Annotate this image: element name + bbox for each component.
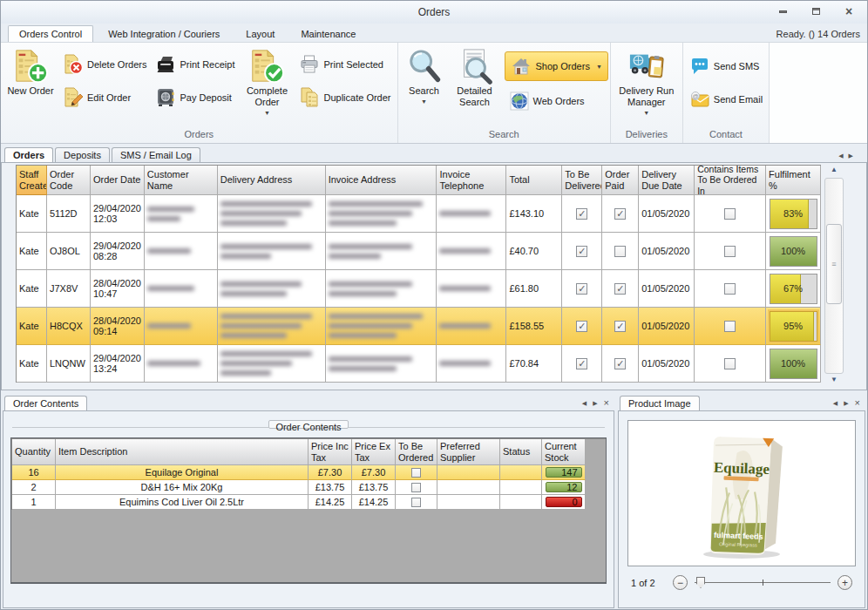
cell-contains-items bbox=[695, 233, 766, 270]
column-header-price-ex-tax[interactable]: Price Ex Tax bbox=[352, 439, 396, 465]
scrollbar-thumb[interactable]: ≡ bbox=[826, 224, 842, 304]
tab-maintenance[interactable]: Maintenance bbox=[289, 25, 367, 42]
order-content-row[interactable]: 2 D&H 16+ Mix 20Kg £13.75 £13.75 12 bbox=[12, 480, 606, 495]
edit-order-button[interactable]: Edit Order bbox=[58, 85, 151, 111]
order-paid-checkbox[interactable] bbox=[614, 208, 626, 220]
to-be-delivered-checkbox[interactable] bbox=[576, 283, 587, 295]
panel-close-icon[interactable]: × bbox=[855, 398, 860, 408]
new-order-button[interactable]: New Order bbox=[3, 44, 58, 125]
column-header-delivery-address[interactable]: Delivery Address bbox=[218, 166, 326, 195]
to-be-delivered-checkbox[interactable] bbox=[576, 358, 587, 369]
contains-items-checkbox[interactable] bbox=[724, 208, 736, 220]
column-header-price-inc-tax[interactable]: Price Inc Tax bbox=[309, 439, 352, 465]
order-row[interactable]: Kate H8CQX 28/04/202009:14 £158.55 01/05… bbox=[17, 308, 821, 345]
panel-nav-right-icon[interactable]: ▶ bbox=[593, 400, 597, 407]
minimize-button[interactable] bbox=[773, 4, 792, 18]
delivery-run-dropdown-icon[interactable]: ▼ bbox=[643, 110, 649, 116]
image-slider-track[interactable] bbox=[695, 575, 831, 590]
column-header-customer-name[interactable]: Customer Name bbox=[145, 166, 218, 195]
delivery-run-manager-button[interactable]: Delivery Run Manager ▼ bbox=[613, 44, 681, 125]
pay-deposit-button[interactable]: Pay Deposit bbox=[151, 85, 239, 111]
stock-badge: 0 bbox=[546, 497, 582, 507]
shop-orders-dropdown-icon[interactable]: ▼ bbox=[596, 64, 602, 70]
to-be-delivered-checkbox[interactable] bbox=[576, 321, 587, 332]
print-selected-button[interactable]: Print Selected bbox=[295, 51, 395, 78]
tab-orders-control[interactable]: Orders Control bbox=[8, 25, 93, 42]
order-row[interactable]: Kate OJ8OL 29/04/202008:28 £40.70 01/05/… bbox=[17, 233, 821, 270]
scroll-down-icon[interactable]: ▼ bbox=[831, 376, 837, 386]
column-header-order-code[interactable]: Order Code bbox=[47, 166, 91, 195]
order-paid-checkbox[interactable] bbox=[614, 358, 626, 369]
print-selected-label: Print Selected bbox=[323, 59, 383, 70]
tab-layout[interactable]: Layout bbox=[234, 25, 286, 42]
send-sms-button[interactable]: Send SMS bbox=[685, 53, 767, 79]
zoom-out-button[interactable]: − bbox=[673, 575, 688, 590]
order-row[interactable]: Kate LNQNW 29/04/202013:24 £70.84 01/05/… bbox=[17, 345, 821, 383]
search-dropdown-icon[interactable]: ▼ bbox=[421, 98, 427, 105]
duplicate-order-button[interactable]: Duplicate Order bbox=[295, 85, 395, 111]
panel-nav-left-icon[interactable]: ◀ bbox=[833, 400, 837, 407]
column-header-quantity[interactable]: Quantity bbox=[12, 439, 56, 465]
order-content-row[interactable]: 16 Equilage Original £7.30 £7.30 147 bbox=[12, 465, 606, 480]
panel-nav-left-icon[interactable]: ◀ bbox=[582, 400, 587, 407]
contains-items-checkbox[interactable] bbox=[724, 321, 736, 332]
contains-items-checkbox[interactable] bbox=[724, 246, 736, 257]
column-header-to-be-ordered[interactable]: To Be Ordered bbox=[396, 439, 437, 465]
detailed-search-button[interactable]: Detailed Search bbox=[449, 44, 501, 125]
contains-items-checkbox[interactable] bbox=[724, 283, 736, 295]
column-header-total[interactable]: Total bbox=[506, 166, 562, 195]
column-header-current-stock[interactable]: Current Stock bbox=[542, 439, 586, 465]
zoom-in-button[interactable]: + bbox=[837, 575, 852, 590]
restore-button[interactable] bbox=[806, 4, 825, 18]
search-button[interactable]: Search ▼ bbox=[400, 44, 449, 125]
shop-orders-button[interactable]: Shop Orders ▼ bbox=[505, 51, 608, 81]
to-be-delivered-checkbox[interactable] bbox=[576, 208, 587, 220]
tab-web-integration[interactable]: Web Integration / Couriers bbox=[97, 25, 231, 42]
column-header-status[interactable]: Status bbox=[500, 439, 542, 465]
to-be-ordered-checkbox[interactable] bbox=[411, 483, 421, 492]
column-header-contains-items[interactable]: Contains Items To Be Ordered In bbox=[695, 166, 766, 195]
scroll-up-icon[interactable]: ▲ bbox=[831, 166, 837, 176]
panel-nav-left-icon[interactable]: ◀ bbox=[838, 152, 848, 159]
order-paid-checkbox[interactable] bbox=[614, 283, 626, 295]
tab-orders[interactable]: Orders bbox=[4, 147, 53, 162]
cell-order-code: OJ8OL bbox=[47, 233, 91, 270]
panel-close-icon[interactable]: × bbox=[604, 398, 609, 408]
tab-product-image[interactable]: Product Image bbox=[620, 396, 700, 410]
column-header-preferred-supplier[interactable]: Preferred Supplier bbox=[437, 439, 500, 465]
fulfilment-bar: 95% bbox=[770, 311, 817, 342]
to-be-delivered-checkbox[interactable] bbox=[576, 246, 587, 257]
print-receipt-button[interactable]: Print Receipt bbox=[151, 51, 239, 78]
panel-nav-right-icon[interactable]: ▶ bbox=[844, 400, 848, 407]
column-header-invoice-address[interactable]: Invoice Address bbox=[326, 166, 437, 195]
contains-items-checkbox[interactable] bbox=[724, 358, 736, 369]
tab-order-contents[interactable]: Order Contents bbox=[4, 396, 87, 410]
scrollbar-track[interactable]: ≡ bbox=[824, 178, 844, 374]
to-be-ordered-checkbox[interactable] bbox=[411, 498, 421, 507]
order-row[interactable]: Kate J7X8V 28/04/202010:47 £61.80 01/05/… bbox=[17, 270, 821, 308]
image-counter: 1 of 2 bbox=[631, 578, 666, 588]
column-header-delivery-due-date[interactable]: Delivery Due Date bbox=[639, 166, 695, 195]
column-header-order-paid[interactable]: Order Paid bbox=[602, 166, 639, 195]
to-be-ordered-checkbox[interactable] bbox=[411, 468, 421, 478]
column-header-fulfilment[interactable]: Fulfilment % bbox=[766, 166, 821, 195]
complete-order-dropdown-icon[interactable]: ▼ bbox=[264, 110, 270, 116]
tab-deposits[interactable]: Deposits bbox=[55, 147, 110, 162]
column-header-staff-created[interactable]: Staff Created bbox=[17, 166, 47, 195]
complete-order-button[interactable]: Complete Order ▼ bbox=[239, 44, 295, 125]
column-header-to-be-delivered[interactable]: To Be Delivered bbox=[562, 166, 602, 195]
order-content-row[interactable]: 1 Equimins Cod Liver Oil 2.5Ltr £14.25 £… bbox=[12, 495, 606, 510]
send-email-button[interactable]: @ Send Email bbox=[685, 86, 767, 112]
image-slider-thumb[interactable] bbox=[696, 577, 705, 588]
web-orders-button[interactable]: Web Orders bbox=[505, 88, 608, 114]
tab-sms-email-log[interactable]: SMS / Email Log bbox=[112, 147, 200, 162]
delete-orders-button[interactable]: Delete Orders bbox=[58, 51, 151, 78]
order-paid-checkbox[interactable] bbox=[614, 246, 626, 257]
column-header-item-description[interactable]: Item Description bbox=[56, 439, 309, 465]
column-header-invoice-telephone[interactable]: Invoice Telephone bbox=[437, 166, 506, 195]
column-header-order-date[interactable]: Order Date bbox=[91, 166, 145, 195]
close-button[interactable]: × bbox=[839, 4, 858, 18]
order-paid-checkbox[interactable] bbox=[614, 321, 626, 332]
panel-nav-right-icon[interactable]: ▶ bbox=[849, 152, 858, 159]
order-row[interactable]: Kate 5112D 29/04/202012:03 £143.10 01/05… bbox=[17, 195, 821, 233]
